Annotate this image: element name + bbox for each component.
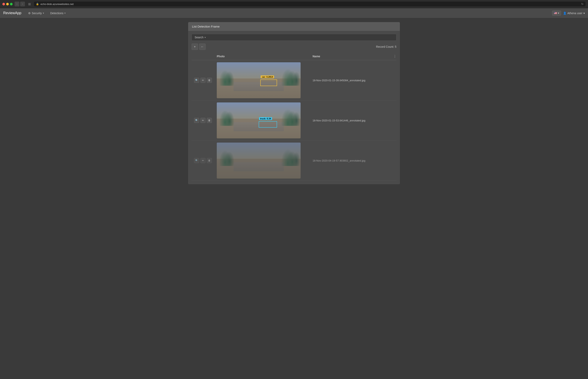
- search-label: Search: [195, 36, 203, 39]
- table-row: 🔍 ✏ 🗑 18-Nov-2020-04-19-57.903802_annota…: [192, 141, 396, 181]
- photo-container: [217, 142, 301, 178]
- photo-cell: [214, 141, 310, 181]
- bbox-label: truck: 0.34: [259, 117, 272, 120]
- back-button[interactable]: ‹: [15, 1, 19, 6]
- user-menu-button[interactable]: 👤 Athena user ▾: [563, 12, 585, 15]
- bbox-container: truck: 0.34: [259, 121, 277, 127]
- user-label: Athena user: [567, 12, 583, 15]
- action-icons: 🔍 ✏ 🗑: [194, 118, 212, 123]
- detections-caret-icon: ▾: [64, 12, 65, 14]
- col-header-actions: [192, 53, 214, 60]
- filename-cell: 18-Nov-2020-01-15-39.645084_annotated.jp…: [310, 60, 396, 100]
- nav-detections[interactable]: Detections ▾: [47, 10, 68, 16]
- flag-icon: 🇺🇸: [554, 12, 557, 15]
- search-bar[interactable]: Search ▾: [192, 34, 396, 41]
- detection-image: truck: 0.34: [217, 102, 301, 138]
- table-header-row: Photo Name ⋮: [192, 53, 396, 60]
- bbox-rect: truck: 0.34: [259, 121, 277, 127]
- bbox-label: car: 0.2814: [261, 76, 274, 78]
- user-caret-icon: ▾: [583, 12, 585, 15]
- photo-container: truck: 0.34: [217, 102, 301, 138]
- nav-items: ⚙ Security ▾ Detections ▾: [25, 10, 552, 16]
- back-list-button[interactable]: ←: [199, 44, 206, 50]
- maximize-button[interactable]: [10, 3, 13, 5]
- security-icon: ⚙: [28, 12, 31, 15]
- filename-cell: 18-Nov-2020-04-19-57.903802_annotated.jp…: [310, 141, 396, 181]
- view-button[interactable]: 🔍: [194, 118, 199, 123]
- nav-security-label: Security: [32, 12, 42, 15]
- user-icon: 👤: [563, 12, 566, 15]
- traffic-lights: [2, 3, 13, 5]
- detection-table: Photo Name ⋮ 🔍 ✏ 🗑 ca: [192, 53, 396, 181]
- action-icons: 🔍 ✏ 🗑: [194, 158, 212, 163]
- nav-security[interactable]: ⚙ Security ▾: [25, 10, 47, 16]
- close-button[interactable]: [2, 3, 5, 5]
- record-count-value: 5: [395, 45, 396, 48]
- col-header-photo: Photo: [214, 53, 310, 60]
- minimize-button[interactable]: [6, 3, 9, 5]
- main-content: List Detection Frame Search ▾ + ← Record…: [184, 18, 404, 188]
- delete-button[interactable]: 🗑: [207, 78, 212, 83]
- delete-button[interactable]: 🗑: [207, 158, 212, 163]
- record-count-label: Record Count:: [376, 45, 394, 48]
- content-card: Search ▾ + ← Record Count: 5 Photo Name: [188, 31, 400, 184]
- page-header: List Detection Frame: [188, 22, 400, 31]
- search-caret-icon: ▾: [205, 36, 206, 39]
- table-row: 🔍 ✏ 🗑 car: 0.2814 18-Nov-2020-01-15-39.6…: [192, 60, 396, 100]
- refresh-button[interactable]: ↻: [581, 2, 584, 6]
- nav-right: 🇺🇸 ▾ 👤 Athena user ▾: [552, 11, 585, 16]
- action-icons: 🔍 ✏ 🗑: [194, 78, 212, 83]
- col-header-name: Name ⋮: [310, 53, 396, 60]
- toolbar: + ← Record Count: 5: [192, 44, 396, 50]
- bbox-rect: car: 0.2814: [260, 79, 277, 86]
- detection-image: [217, 142, 301, 178]
- record-count: Record Count: 5: [376, 45, 396, 48]
- photo-cell: truck: 0.34: [214, 100, 310, 141]
- app-navbar: ReviewApp ⚙ Security ▾ Detections ▾ 🇺🇸 ▾…: [0, 8, 588, 18]
- forward-button[interactable]: ›: [20, 1, 25, 6]
- edit-button[interactable]: ✏: [200, 158, 206, 163]
- address-bar-container: 🔒 ↻: [34, 1, 586, 6]
- browser-nav: ‹ ›: [15, 1, 25, 6]
- edit-button[interactable]: ✏: [200, 78, 206, 83]
- view-button[interactable]: 🔍: [194, 78, 199, 83]
- page-title: List Detection Frame: [192, 25, 220, 28]
- sidebar-toggle-button[interactable]: ⊞: [27, 2, 32, 6]
- toolbar-left: + ←: [192, 44, 206, 50]
- delete-button[interactable]: 🗑: [207, 118, 212, 123]
- flag-caret-icon: ▾: [558, 12, 559, 15]
- app-brand: ReviewApp: [3, 11, 21, 15]
- photo-container: car: 0.2814: [217, 62, 301, 98]
- tint-overlay: [217, 142, 301, 178]
- filename-cell: 18-Nov-2020-01-15-53.641446_annotated.jp…: [310, 100, 396, 141]
- view-button[interactable]: 🔍: [194, 158, 199, 163]
- detection-image: car: 0.2814: [217, 62, 301, 98]
- photo-cell: car: 0.2814: [214, 60, 310, 100]
- tint-overlay: [217, 102, 301, 138]
- table-row: 🔍 ✏ 🗑 truck: 0.34 18-Nov-2020-01-15-53.6…: [192, 100, 396, 141]
- security-caret-icon: ▾: [43, 12, 44, 14]
- edit-button[interactable]: ✏: [200, 118, 206, 123]
- nav-detections-label: Detections: [50, 12, 63, 15]
- add-button[interactable]: +: [192, 44, 198, 50]
- lock-icon: 🔒: [36, 3, 39, 5]
- tint-overlay: [217, 62, 301, 98]
- browser-chrome: ‹ › ⊞ 🔒 ↻: [0, 0, 588, 8]
- language-selector[interactable]: 🇺🇸 ▾: [552, 11, 561, 16]
- address-bar[interactable]: [41, 3, 580, 6]
- sort-icon[interactable]: ⋮: [393, 55, 396, 58]
- bbox-container: car: 0.2814: [260, 79, 277, 86]
